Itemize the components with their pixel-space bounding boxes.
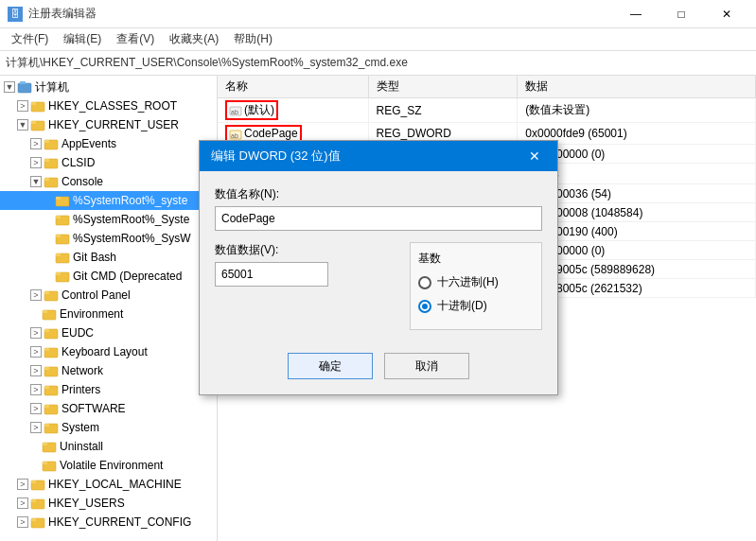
svg-rect-15 (56, 216, 61, 218)
dialog-close-button[interactable]: ✕ (523, 145, 546, 167)
expand-console[interactable]: ▼ (30, 176, 42, 187)
col-data: 数据 (518, 76, 756, 98)
tree-item-appevents[interactable]: > AppEvents (0, 134, 217, 153)
dialog-title-bar: 编辑 DWORD (32 位)值 ✕ (200, 141, 557, 171)
svg-rect-7 (44, 140, 49, 143)
radio-hex[interactable]: 十六进制(H) (418, 274, 534, 290)
dialog-base-title: 基数 (418, 251, 534, 267)
svg-rect-43 (31, 480, 36, 483)
expand-clsid[interactable]: > (30, 157, 42, 168)
hkcr-icon (30, 99, 45, 113)
tree-item-computer[interactable]: ▼ 计算机 (0, 78, 217, 96)
dialog-value-section: 数值数据(V): (215, 242, 398, 298)
hku-icon (30, 497, 45, 510)
dialog-value-input[interactable] (215, 262, 328, 287)
tree-item-gitbash[interactable]: Git Bash (0, 248, 217, 267)
tree-label-hklm: HKEY_LOCAL_MACHINE (48, 478, 182, 491)
expand-hkcc[interactable]: > (17, 516, 28, 528)
tree-item-software[interactable]: > SOFTWARE (0, 399, 217, 418)
tree-item-uninstall[interactable]: Uninstall (0, 437, 217, 456)
close-button[interactable]: ✕ (705, 0, 748, 28)
eudc-icon (44, 326, 59, 340)
keyboardlayout-icon (44, 345, 59, 358)
tree-item-eudc[interactable]: > EUDC (0, 323, 217, 342)
tree-item-clsid[interactable]: > CLSID (0, 153, 217, 172)
svg-rect-35 (44, 405, 49, 408)
title-bar: 🗄 注册表编辑器 — □ ✕ (0, 0, 756, 28)
tree-item-hklm[interactable]: > HKEY_LOCAL_MACHINE (0, 475, 217, 494)
tree-label-eudc: EUDC (62, 326, 94, 340)
tree-item-environment[interactable]: Environment (0, 305, 217, 323)
volenv-icon (42, 459, 57, 472)
svg-rect-11 (44, 178, 49, 181)
maximize-button[interactable]: □ (659, 0, 703, 28)
svg-rect-17 (56, 235, 61, 237)
expand-hklm[interactable]: > (17, 479, 28, 490)
expand-controlpanel[interactable]: > (30, 289, 42, 301)
expand-hkcu[interactable]: ▼ (17, 119, 28, 131)
table-row[interactable]: ab(默认) REG_SZ (数值未设置) (218, 98, 756, 123)
printers-icon (44, 383, 59, 396)
expand-network[interactable]: > (30, 365, 42, 376)
tree-item-sysroot2[interactable]: %SystemRoot%_Syste (0, 210, 217, 229)
svg-rect-19 (56, 253, 61, 256)
tree-item-gitcmd[interactable]: Git CMD (Deprecated (0, 267, 217, 286)
tree-label-hku: HKEY_USERS (48, 497, 125, 510)
system-icon (44, 421, 59, 434)
tree-item-sysroot3[interactable]: %SystemRoot%_SysW (0, 229, 217, 248)
tree-label-network: Network (62, 364, 103, 377)
tree-item-printers[interactable]: > Printers (0, 380, 217, 399)
expand-computer[interactable]: ▼ (4, 81, 15, 93)
network-icon (44, 364, 59, 377)
sysroot1-icon (55, 194, 70, 207)
expand-keyboardlayout[interactable]: > (30, 346, 42, 358)
reg-name: ab(默认) (218, 98, 368, 123)
tree-item-hkcc[interactable]: > HKEY_CURRENT_CONFIG (0, 513, 217, 532)
expand-hkcr[interactable]: > (17, 100, 28, 112)
radio-dec[interactable]: 十进制(D) (418, 298, 534, 314)
dialog-base-section: 基数 十六进制(H) 十进制(D) (410, 242, 542, 330)
expand-software[interactable]: > (30, 403, 42, 414)
expand-printers[interactable]: > (30, 384, 42, 395)
tree-item-sysroot1[interactable]: %SystemRoot%_syste (0, 191, 217, 210)
expand-hku[interactable]: > (17, 497, 28, 509)
appevents-icon (44, 137, 59, 150)
menu-file[interactable]: 文件(F) (4, 29, 56, 49)
tree-label-hkcu: HKEY_CURRENT_USER (48, 118, 179, 131)
sysroot2-icon (55, 213, 70, 226)
tree-item-keyboardlayout[interactable]: > Keyboard Layout (0, 342, 217, 361)
svg-rect-29 (44, 348, 49, 351)
tree-item-volenv[interactable]: Volatile Environment (0, 456, 217, 475)
tree-item-hku[interactable]: > HKEY_USERS (0, 494, 217, 513)
menu-view[interactable]: 查看(V) (109, 29, 162, 49)
tree-item-system[interactable]: > System (0, 418, 217, 437)
menu-edit[interactable]: 编辑(E) (56, 29, 109, 49)
dialog-cancel-button[interactable]: 取消 (384, 353, 469, 379)
menu-bar: 文件(F) 编辑(E) 查看(V) 收藏夹(A) 帮助(H) (0, 28, 756, 51)
tree-item-hkcu[interactable]: ▼ HKEY_CURRENT_USER (0, 115, 217, 134)
hklm-icon (30, 478, 45, 491)
menu-help[interactable]: 帮助(H) (226, 29, 280, 49)
tree-label-printers: Printers (62, 383, 100, 396)
gitcmd-icon (55, 270, 70, 283)
dialog-footer: 确定 取消 (200, 345, 557, 394)
menu-favorites[interactable]: 收藏夹(A) (162, 29, 226, 49)
svg-rect-0 (18, 83, 31, 93)
expand-appevents[interactable]: > (30, 138, 42, 149)
tree-label-hkcc: HKEY_CURRENT_CONFIG (48, 515, 191, 529)
minimize-button[interactable]: — (614, 0, 658, 28)
expand-system[interactable]: > (30, 422, 42, 433)
expand-eudc[interactable]: > (30, 327, 42, 339)
svg-rect-25 (43, 310, 47, 313)
tree-item-hkcr[interactable]: > HKEY_CLASSES_ROOT (0, 96, 217, 115)
tree-item-console[interactable]: ▼ Console (0, 172, 217, 191)
reg-value-icon: ab (229, 105, 242, 116)
svg-text:ab: ab (231, 132, 238, 139)
tree-item-network[interactable]: > Network (0, 361, 217, 380)
tree-label-environment: Environment (60, 307, 123, 321)
dialog-name-input[interactable] (215, 206, 542, 231)
dialog-confirm-button[interactable]: 确定 (288, 353, 373, 379)
tree-item-controlpanel[interactable]: > Control Panel (0, 286, 217, 305)
app-icon: 🗄 (8, 7, 23, 22)
dialog-name-label: 数值名称(N): (215, 186, 542, 202)
